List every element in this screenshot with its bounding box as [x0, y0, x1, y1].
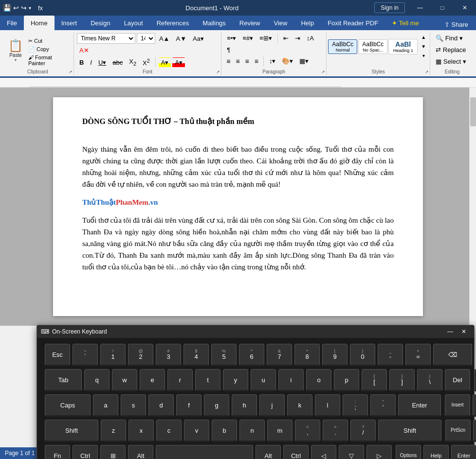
key-2[interactable]: @2: [128, 344, 153, 366]
scroll-thumb[interactable]: [470, 97, 476, 126]
key-fn[interactable]: Fn: [45, 445, 70, 459]
sign-in-button[interactable]: Sign in: [374, 2, 405, 13]
key-8[interactable]: *8: [294, 344, 320, 366]
key-1[interactable]: !1: [100, 344, 126, 366]
change-case-button[interactable]: Aa▾: [190, 34, 206, 44]
key-slash[interactable]: ?/: [350, 420, 376, 442]
tab-layout[interactable]: Layout: [117, 16, 150, 30]
key-win[interactable]: ⊞: [100, 445, 126, 459]
tab-help[interactable]: Help: [294, 16, 321, 30]
sort-button[interactable]: ↕A: [304, 33, 316, 43]
styles-scroll-down[interactable]: ▼: [419, 42, 428, 51]
tab-tellme[interactable]: ✦ Tell me: [385, 16, 426, 30]
key-pause[interactable]: Pause: [473, 394, 476, 417]
strikethrough-button[interactable]: abc: [110, 57, 125, 68]
replace-button[interactable]: ⇄ Replace: [433, 45, 472, 55]
font-color-button[interactable]: A▾: [172, 57, 185, 68]
key-e[interactable]: e: [140, 369, 165, 391]
tab-file[interactable]: File: [0, 16, 24, 30]
style-normal[interactable]: AaBbCc Normal: [328, 39, 357, 54]
key-z[interactable]: z: [101, 420, 126, 442]
key-y[interactable]: y: [223, 369, 248, 391]
key-k[interactable]: k: [287, 394, 312, 417]
key-quote[interactable]: "': [370, 394, 396, 417]
font-expand[interactable]: ↗: [216, 70, 220, 74]
osk-close-button[interactable]: ✕: [458, 327, 470, 336]
key-caps[interactable]: Caps: [45, 394, 91, 417]
key-scrlk[interactable]: ScrLk: [473, 420, 476, 442]
format-painter-button[interactable]: 🖌 Format Painter: [26, 53, 71, 67]
key-5[interactable]: %5: [211, 344, 237, 366]
key-g[interactable]: g: [204, 394, 229, 417]
key-l[interactable]: l: [315, 394, 340, 417]
key-esc[interactable]: Esc: [45, 344, 70, 366]
key-semicolon[interactable]: :;: [343, 394, 368, 417]
key-equals[interactable]: +=: [405, 344, 431, 366]
style-nospace[interactable]: AaBbCc No Spac...: [358, 39, 387, 54]
key-x[interactable]: x: [128, 420, 154, 442]
close-button[interactable]: ✕: [454, 0, 476, 16]
key-enter[interactable]: Enter: [398, 394, 441, 417]
key-end[interactable]: End: [474, 369, 476, 391]
font-size-select[interactable]: 14: [137, 33, 155, 44]
key-7[interactable]: &7: [267, 344, 292, 366]
key-4[interactable]: $4: [183, 344, 209, 366]
key-h[interactable]: h: [232, 394, 257, 417]
bold-button[interactable]: B: [77, 57, 86, 68]
key-a[interactable]: a: [93, 394, 118, 417]
clear-format-button[interactable]: A✕: [77, 45, 92, 55]
underline-button[interactable]: U▾: [96, 57, 109, 68]
shading-button[interactable]: 🎨▾: [279, 56, 295, 66]
key-s[interactable]: s: [121, 394, 146, 417]
align-center-button[interactable]: ≡: [234, 56, 241, 66]
paste-button[interactable]: 📋 Paste ▾: [5, 37, 26, 64]
tab-home[interactable]: Home: [24, 16, 55, 30]
key-6[interactable]: ^6: [239, 344, 264, 366]
key-backspace[interactable]: ⌫: [433, 344, 472, 366]
key-prtscn[interactable]: PrtScn: [445, 420, 471, 442]
bullets-button[interactable]: ≡•▾: [224, 33, 238, 43]
subscript-button[interactable]: X2: [127, 56, 139, 68]
increase-indent-button[interactable]: ⇥: [293, 33, 303, 43]
save-icon[interactable]: 💾: [3, 4, 11, 12]
key-left[interactable]: ◁: [311, 445, 336, 459]
key-c[interactable]: c: [156, 420, 182, 442]
maximize-button[interactable]: □: [431, 0, 454, 16]
font-name-select[interactable]: Times New R: [77, 33, 135, 44]
key-9[interactable]: (9: [322, 344, 348, 366]
key-q[interactable]: q: [84, 369, 110, 391]
tab-mailings[interactable]: Mailings: [196, 16, 233, 30]
key-3[interactable]: #3: [156, 344, 181, 366]
key-right[interactable]: ▷: [366, 445, 392, 459]
key-down[interactable]: ▽: [339, 445, 364, 459]
tab-review[interactable]: Review: [233, 16, 267, 30]
tab-view[interactable]: View: [267, 16, 294, 30]
key-space[interactable]: [156, 445, 253, 459]
styles-expand[interactable]: ↗: [425, 70, 429, 74]
key-d[interactable]: d: [148, 394, 174, 417]
key-period[interactable]: >.: [323, 420, 348, 442]
key-tab[interactable]: Tab: [45, 369, 82, 391]
numbering-button[interactable]: ≡#▾: [240, 33, 256, 43]
paragraph-2[interactable]: Tuổi thơ của tôi đã trải dài trên vùng đ…: [82, 214, 394, 273]
key-insert[interactable]: Insert: [445, 394, 470, 417]
key-f[interactable]: f: [176, 394, 201, 417]
find-button[interactable]: 🔍 Find ▾: [433, 33, 472, 43]
vertical-scrollbar[interactable]: [469, 88, 476, 326]
key-rshift[interactable]: Shift: [378, 420, 441, 442]
font-shrink-button[interactable]: A▼: [173, 34, 189, 44]
key-options[interactable]: Options: [396, 445, 421, 459]
font-grow-button[interactable]: A▲: [157, 34, 172, 44]
key-i[interactable]: i: [278, 369, 304, 391]
align-right-button[interactable]: ≡: [243, 56, 251, 66]
key-n[interactable]: n: [239, 420, 265, 442]
key-p[interactable]: p: [334, 369, 359, 391]
key-j[interactable]: j: [259, 394, 285, 417]
key-v[interactable]: v: [184, 420, 209, 442]
key-t[interactable]: t: [195, 369, 220, 391]
style-heading1[interactable]: AaBl Heading 1: [388, 39, 418, 54]
select-button[interactable]: ▦ Select ▾: [433, 56, 472, 67]
align-left-button[interactable]: ≡: [224, 56, 232, 66]
highlight-button[interactable]: A▾: [159, 57, 171, 68]
key-w[interactable]: w: [112, 369, 137, 391]
